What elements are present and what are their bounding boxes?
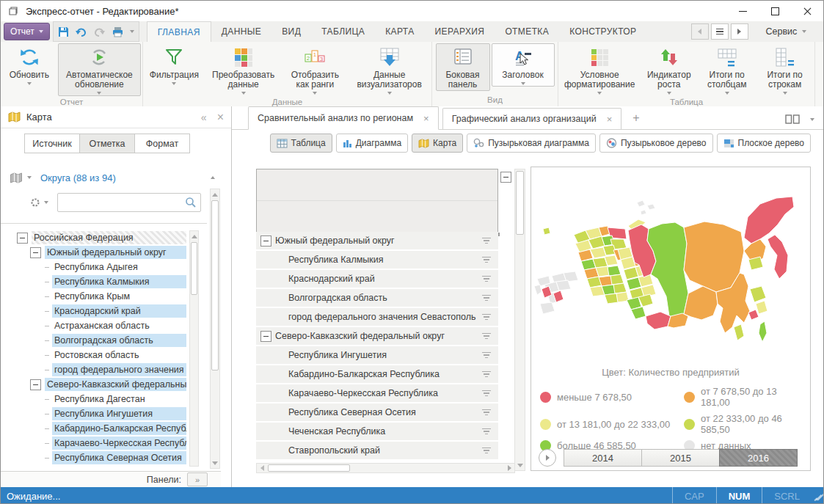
collapse-node-icon[interactable] [260,331,271,342]
districts-link[interactable]: Округа (88 из 94) [40,172,116,183]
tab-scroll-right-button[interactable] [731,23,748,40]
view-bubble-tree-button[interactable]: Пузырьковое дерево [599,134,713,153]
minimize-button[interactable] [726,1,759,21]
close-button[interactable] [791,1,823,21]
table-horizontal-scrollbar[interactable] [256,463,515,473]
table-row[interactable]: Республика Северная Осетия [256,403,498,421]
tree-item[interactable]: Ростовская область [1,348,186,362]
filter-icon[interactable] [481,352,491,359]
panel-scrollbar[interactable] [210,189,220,469]
table-row[interactable]: Республика Калмыкия [256,251,498,269]
visualizer-data-button[interactable]: Данные визуализаторов [349,43,430,96]
refresh-button[interactable]: Обновить [2,43,56,87]
redo-icon[interactable] [93,26,106,37]
search-icon[interactable] [185,197,197,208]
tree-item[interactable]: Южный федеральный округ [1,245,186,260]
table-row[interactable]: Северо-Кавказский федеральный округ [256,327,498,345]
tree-item[interactable]: Северо-Кавказский федеральный округ [1,377,186,392]
panel-close-button[interactable]: × [217,112,224,123]
collapse-node-icon[interactable] [30,379,41,390]
filter-icon[interactable] [481,238,491,244]
tree-item[interactable]: Российская Федерация [1,230,186,245]
gear-icon[interactable] [30,197,40,208]
header-button[interactable]: A Заголовок [492,43,555,87]
table-row[interactable]: Республика Ингушетия [256,346,498,364]
view-flat-tree-button[interactable]: Плоское дерево [717,134,811,153]
split-view-icon[interactable] [785,114,800,124]
tree-item[interactable]: Республика Калмыкия [1,274,186,289]
view-table-button[interactable]: Таблица [270,134,332,153]
tab-istochnik[interactable]: Источник [24,134,80,153]
doc-tab-regions[interactable]: Сравнительный анализ по регионам × [248,106,439,130]
close-tab-icon[interactable]: × [607,114,613,125]
column-totals-button[interactable]: Итоги по столбцам [699,43,755,96]
chevron-down-icon[interactable] [44,201,48,204]
filter-icon[interactable] [481,428,491,435]
table-row[interactable]: Карачаево-Черкесская Республика [256,384,498,402]
chevron-down-icon[interactable] [810,118,814,121]
tab-format[interactable]: Формат [134,134,190,153]
collapse-section-icon[interactable] [211,176,215,179]
tab-otmetka[interactable]: ОТМЕТКА [495,21,559,42]
tree-item[interactable]: Республика Ингушетия [1,406,186,421]
tree-item[interactable]: Республика Крым [1,289,186,304]
table-row[interactable]: Волгоградская область [256,289,498,307]
collapse-node-icon[interactable] [260,235,271,246]
filter-icon[interactable] [481,276,491,282]
tree-item[interactable]: Краснодарский край [1,304,186,318]
tree-item[interactable]: Волгоградская область [1,333,186,348]
tree-item[interactable]: Астраханская область [1,318,186,333]
tab-scroll-left-button[interactable] [691,23,709,40]
year-2015-button[interactable]: 2015 [641,449,720,467]
tree-item[interactable]: Республика Дагестан [1,392,186,406]
tab-ierarkhiya[interactable]: ИЕРАРХИЯ [425,21,495,42]
tree-item[interactable]: Карачаево-Черкесская Республика [1,436,186,450]
table-row[interactable]: Краснодарский край [256,270,498,288]
transform-data-button[interactable]: Преобразовать данные [205,43,282,96]
view-bubble-chart-button[interactable]: Пузырьковая диаграмма [467,134,596,153]
show-as-ranks-button[interactable]: 2 1 3 Отобразить как ранги [282,43,347,96]
add-tab-button[interactable]: + [632,112,639,125]
tree-scrollbar[interactable] [189,230,199,467]
filter-icon[interactable] [481,295,491,302]
tab-glavnaya[interactable]: ГЛАВНАЯ [147,21,211,42]
maximize-button[interactable] [759,1,791,21]
report-menu-button[interactable]: Отчет [4,23,50,40]
chevron-down-icon[interactable] [27,176,32,179]
collapse-node-icon[interactable] [30,247,41,258]
collapse-node-icon[interactable] [17,233,28,244]
tree-item[interactable]: Кабардино-Балкарская Республика [1,421,186,436]
table-vertical-scrollbar[interactable] [514,169,525,471]
resize-grip[interactable] [812,487,823,504]
play-button[interactable] [539,449,556,467]
conditional-formatting-button[interactable]: Условное форматирование [560,43,639,96]
year-2014-button[interactable]: 2014 [564,449,642,467]
panel-collapse-button[interactable]: « [201,112,207,123]
service-menu[interactable]: Сервис [766,26,807,37]
tree-item[interactable]: Республика Северная Осетия [1,450,186,465]
collapse-all-icon[interactable] [500,172,511,183]
panels-expand-button[interactable]: » [187,472,208,486]
filter-icon[interactable] [481,371,491,378]
tree-item[interactable]: город федерального значения Севастополь [1,362,186,377]
table-header[interactable] [256,169,498,235]
tab-konstruktor[interactable]: КОНСТРУКТОР [559,21,646,42]
map-layer-icon[interactable] [10,172,23,183]
filter-icon[interactable] [481,314,491,321]
save-icon[interactable] [58,26,69,37]
side-panel-button[interactable]: Боковая панель [436,43,490,91]
tab-tablitsa[interactable]: ТАБЛИЦА [311,21,375,42]
tab-list-button[interactable] [711,23,729,40]
table-row[interactable]: город федерального значения Севастополь [256,308,498,326]
view-chart-button[interactable]: Диаграмма [336,134,408,153]
undo-icon[interactable] [75,26,87,37]
table-row[interactable]: Чеченская Республика [256,423,498,440]
tab-dannye[interactable]: ДАННЫЕ [211,21,272,42]
tab-otmetka[interactable]: Отметка [79,134,135,153]
tab-vid[interactable]: ВИД [271,21,311,42]
view-map-button[interactable]: Карта [412,134,463,153]
table-row[interactable]: Ставропольский край [256,442,498,459]
auto-refresh-button[interactable]: Автоматическое обновление [58,43,141,96]
table-row[interactable]: Кабардино-Балкарская Республика [256,365,498,383]
russia-map[interactable] [531,167,810,364]
